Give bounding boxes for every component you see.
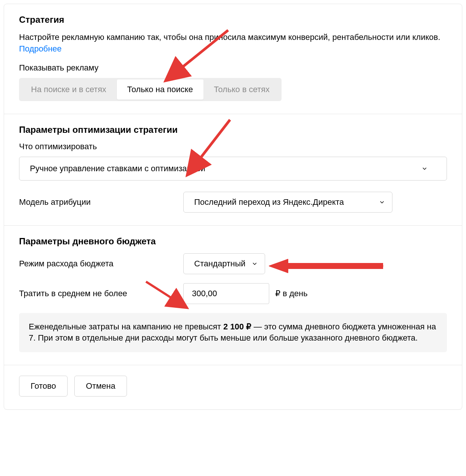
spend-limit-label: Тратить в среднем не более xyxy=(19,289,183,298)
spend-limit-unit: ₽ в день xyxy=(275,289,308,298)
chevron-down-icon xyxy=(251,260,258,267)
strategy-desc: Настройте рекламную кампанию так, чтобы … xyxy=(19,32,447,55)
spend-limit-input[interactable] xyxy=(183,283,269,304)
budget-mode-label: Режим расхода бюджета xyxy=(19,259,183,269)
what-optimize-select[interactable]: Ручное управление ставками с оптимизацие… xyxy=(19,157,447,181)
budget-mode-select[interactable]: Стандартный xyxy=(183,253,265,274)
settings-panel: Стратегия Настройте рекламную кампанию т… xyxy=(4,4,462,410)
budget-note: Еженедельные затраты на кампанию не прев… xyxy=(19,313,447,353)
section-strategy: Стратегия Настройте рекламную кампанию т… xyxy=(4,4,462,114)
budget-mode-value: Стандартный xyxy=(194,259,245,269)
strategy-title: Стратегия xyxy=(19,15,447,25)
section-optimization: Параметры оптимизации стратегии Что опти… xyxy=(4,114,462,226)
chevron-down-icon xyxy=(421,165,428,172)
what-optimize-label: Что оптимизировать xyxy=(19,142,447,151)
attribution-value: Последний переход из Яндекс.Директа xyxy=(194,197,344,207)
segment-search-only[interactable]: Только на поиске xyxy=(117,79,204,100)
cancel-button[interactable]: Отмена xyxy=(74,376,127,397)
segment-networks-only[interactable]: Только в сетях xyxy=(204,79,280,100)
footer: Готово Отмена xyxy=(4,365,462,409)
optim-title: Параметры оптимизации стратегии xyxy=(19,125,447,135)
what-optimize-value: Ручное управление ставками с оптимизацие… xyxy=(30,164,205,173)
attribution-label: Модель атрибуции xyxy=(19,197,183,207)
show-ads-label: Показывать рекламу xyxy=(19,63,447,73)
segment-both[interactable]: На поиске и в сетях xyxy=(21,79,117,100)
budget-note-bold: 2 100 ₽ xyxy=(223,322,251,331)
more-link[interactable]: Подробнее xyxy=(19,44,62,53)
show-ads-segmented: На поиске и в сетях Только на поиске Тол… xyxy=(19,78,282,101)
strategy-desc-text: Настройте рекламную кампанию так, чтобы … xyxy=(19,32,440,42)
budget-title: Параметры дневного бюджета xyxy=(19,236,447,247)
chevron-down-icon xyxy=(379,199,385,206)
done-button[interactable]: Готово xyxy=(19,376,68,397)
attribution-select[interactable]: Последний переход из Яндекс.Директа xyxy=(183,192,392,213)
budget-note-pre: Еженедельные затраты на кампанию не прев… xyxy=(29,322,223,331)
section-budget: Параметры дневного бюджета Режим расхода… xyxy=(4,226,462,366)
